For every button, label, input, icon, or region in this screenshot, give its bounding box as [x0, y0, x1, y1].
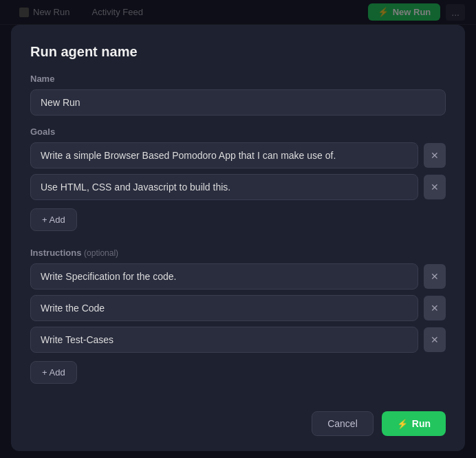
remove-instruction-0-button[interactable]: ✕ [424, 264, 446, 289]
instruction-row-0: ✕ [30, 263, 446, 290]
run-lightning-icon: ⚡ [397, 419, 408, 429]
instruction-row-1: ✕ [30, 295, 446, 321]
instruction-row-2: ✕ [30, 327, 446, 353]
goal-row-1: ✕ [30, 174, 446, 200]
name-input[interactable] [30, 89, 446, 116]
cancel-button[interactable]: Cancel [312, 411, 374, 436]
instruction-input-2[interactable] [30, 327, 418, 353]
add-goal-button[interactable]: + Add [30, 208, 77, 231]
name-label: Name [30, 74, 446, 84]
goal-input-1[interactable] [30, 174, 418, 200]
goals-label: Goals [30, 127, 446, 137]
instructions-optional-label: (optional) [84, 248, 118, 258]
run-button-label: Run [412, 418, 431, 429]
goals-section: Goals ✕ ✕ + Add [30, 127, 446, 245]
modal-title: Run agent name [30, 44, 446, 60]
modal-overlay: Run agent name Name Goals ✕ ✕ + Add [0, 0, 476, 458]
instruction-input-0[interactable] [30, 263, 418, 290]
instructions-section: Instructions (optional) ✕ ✕ ✕ + Add [30, 248, 446, 397]
modal-footer: Cancel ⚡ Run [30, 411, 446, 436]
remove-instruction-1-button[interactable]: ✕ [424, 296, 446, 320]
name-section: Name [30, 74, 446, 116]
name-input-row [30, 89, 446, 116]
remove-goal-1-button[interactable]: ✕ [424, 175, 446, 199]
run-button[interactable]: ⚡ Run [382, 411, 446, 436]
instructions-label: Instructions (optional) [30, 248, 446, 258]
remove-goal-0-button[interactable]: ✕ [424, 143, 446, 168]
goal-input-0[interactable] [30, 142, 418, 168]
goal-row-0: ✕ [30, 142, 446, 168]
add-instruction-button[interactable]: + Add [30, 361, 77, 384]
remove-instruction-2-button[interactable]: ✕ [424, 327, 446, 352]
instruction-input-1[interactable] [30, 295, 418, 321]
run-agent-modal: Run agent name Name Goals ✕ ✕ + Add [11, 25, 465, 451]
